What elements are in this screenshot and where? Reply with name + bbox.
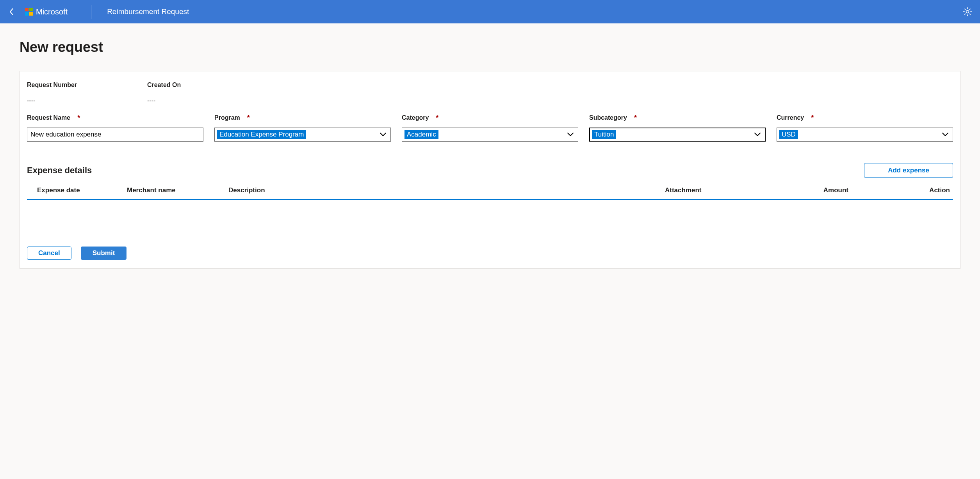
currency-label: Currency <box>777 114 804 121</box>
required-star-icon: * <box>811 114 814 121</box>
required-star-icon: * <box>247 114 250 121</box>
program-label: Program <box>214 114 240 121</box>
category-label: Category <box>402 114 429 121</box>
required-star-icon: * <box>77 114 80 121</box>
chevron-left-icon <box>9 8 14 16</box>
request-number-value: ---- <box>27 97 136 104</box>
details-header: Expense details Add expense <box>27 163 953 178</box>
settings-button[interactable] <box>962 6 973 17</box>
col-attachment: Attachment <box>665 186 763 194</box>
header-divider <box>91 5 91 19</box>
currency-select[interactable]: USD <box>777 128 953 142</box>
expense-details-title: Expense details <box>27 165 92 176</box>
back-button[interactable] <box>7 7 16 16</box>
col-action: Action <box>848 186 950 194</box>
form-row: Request Name * Program * Education Expen… <box>27 114 953 152</box>
brand: Microsoft <box>25 7 68 16</box>
program-value: Education Expense Program <box>217 130 306 139</box>
footer-buttons: Cancel Submit <box>27 247 953 260</box>
col-amount: Amount <box>763 186 848 194</box>
page: New request Request Number ---- Created … <box>0 23 980 284</box>
app-header: Microsoft Reimbursement Request <box>0 0 980 23</box>
meta-row: Request Number ---- Created On ---- <box>27 82 953 104</box>
col-description: Description <box>228 186 665 194</box>
chevron-down-icon <box>942 132 949 137</box>
subcategory-label: Subcategory <box>589 114 627 121</box>
gear-icon <box>962 7 973 17</box>
request-card: Request Number ---- Created On ---- Requ… <box>20 71 960 269</box>
subcategory-select[interactable]: Tuition <box>589 128 766 142</box>
category-value: Academic <box>404 130 438 139</box>
brand-label: Microsoft <box>36 7 68 16</box>
request-name-label: Request Name <box>27 114 70 121</box>
col-merchant-name: Merchant name <box>127 186 228 194</box>
required-star-icon: * <box>436 114 438 121</box>
cancel-button[interactable]: Cancel <box>27 247 71 260</box>
required-star-icon: * <box>634 114 637 121</box>
expense-table-header: Expense date Merchant name Description A… <box>27 186 953 200</box>
request-name-input[interactable] <box>27 128 203 142</box>
add-expense-button[interactable]: Add expense <box>864 163 953 178</box>
request-number-label: Request Number <box>27 82 136 89</box>
app-title: Reimbursement Request <box>107 7 189 16</box>
chevron-down-icon <box>567 132 574 137</box>
chevron-down-icon <box>754 132 761 137</box>
created-on-value: ---- <box>147 97 257 104</box>
svg-point-0 <box>966 11 969 13</box>
page-title: New request <box>20 39 960 55</box>
category-select[interactable]: Academic <box>402 128 578 142</box>
col-expense-date: Expense date <box>37 186 127 194</box>
microsoft-logo-icon <box>25 8 33 16</box>
subcategory-value: Tuition <box>592 130 616 139</box>
currency-value: USD <box>779 130 798 139</box>
submit-button[interactable]: Submit <box>81 247 127 260</box>
created-on-label: Created On <box>147 82 257 89</box>
program-select[interactable]: Education Expense Program <box>214 128 391 142</box>
chevron-down-icon <box>380 132 387 137</box>
